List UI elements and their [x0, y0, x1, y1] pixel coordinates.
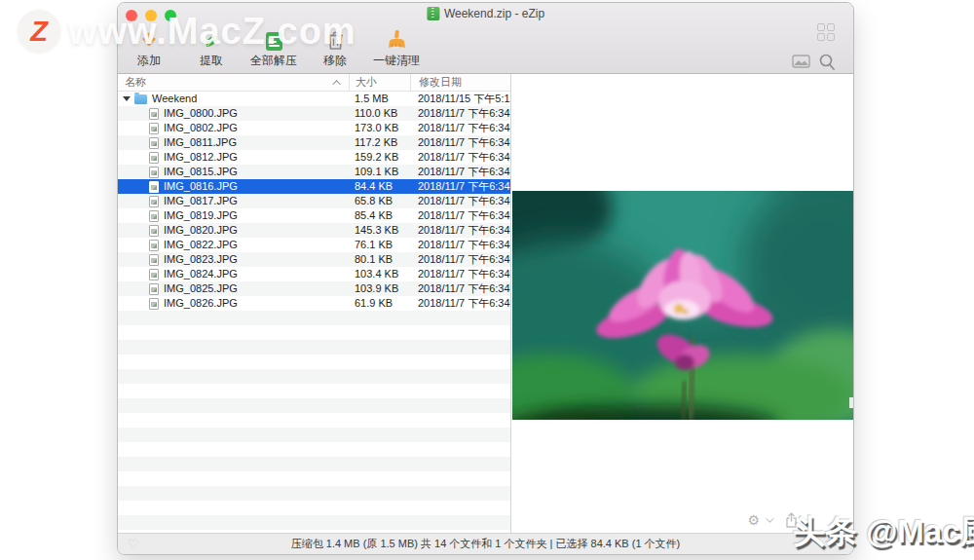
- status-bar: ♡ 压缩包 1.4 MB (原 1.5 MB) 共 14 个文件和 1 个文件夹…: [118, 533, 853, 554]
- empty-stripe-row: [118, 340, 510, 355]
- preview-toolbar: ⚙: [747, 512, 798, 528]
- file-name: IMG_0825.JPG: [164, 281, 238, 296]
- file-name: IMG_0820.JPG: [164, 223, 238, 238]
- table-row[interactable]: IMG_0800.JPG 110.0 KB 2018/11/7 下午6:34: [118, 106, 510, 121]
- toolbar-clean-button[interactable]: 一键清理: [362, 27, 431, 69]
- file-date: 2018/11/7 下午6:34: [410, 165, 510, 179]
- name-cell: IMG_0815.JPG: [118, 165, 349, 179]
- file-date: 2018/11/7 下午6:34: [410, 267, 510, 281]
- file-name: IMG_0800.JPG: [164, 106, 238, 121]
- toolbar-right-group: [775, 26, 853, 74]
- file-icon: [134, 94, 147, 104]
- file-name: IMG_0812.JPG: [164, 150, 238, 165]
- file-icon: [149, 196, 159, 207]
- file-size: 103.9 KB: [349, 281, 410, 296]
- file-name: IMG_0815.JPG: [164, 165, 238, 179]
- name-cell: IMG_0817.JPG: [118, 194, 349, 208]
- file-size: 1.5 MB: [349, 92, 410, 106]
- file-name: IMG_0823.JPG: [164, 252, 238, 267]
- name-cell: Weekend: [118, 92, 349, 106]
- file-icon: [149, 298, 159, 310]
- file-icon: [149, 137, 159, 149]
- name-cell: IMG_0820.JPG: [118, 223, 349, 238]
- ezip-window: Weekend.zip - eZip 添加: [117, 2, 854, 555]
- file-date: 2018/11/7 下午6:34: [410, 150, 510, 165]
- chevron-down-icon[interactable]: [766, 514, 773, 522]
- name-cell: IMG_0812.JPG: [118, 150, 349, 165]
- zip-file-icon: [427, 7, 439, 20]
- empty-stripe-row: [118, 486, 510, 501]
- name-cell: IMG_0802.JPG: [118, 121, 349, 135]
- search-icon[interactable]: [818, 53, 836, 71]
- window-title: Weekend.zip - eZip: [444, 7, 544, 20]
- file-icon: [149, 181, 159, 193]
- table-row[interactable]: IMG_0802.JPG 173.0 KB 2018/11/7 下午6:34: [118, 121, 510, 135]
- table-row[interactable]: IMG_0812.JPG 159.2 KB 2018/11/7 下午6:34: [118, 150, 510, 165]
- toolbar-extract-all-label: 全部解压: [250, 53, 297, 69]
- file-size: 80.1 KB: [349, 252, 410, 267]
- image-preview-icon[interactable]: [792, 55, 810, 68]
- table-header: 名称 大小 修改日期: [118, 74, 510, 92]
- table-row[interactable]: IMG_0811.JPG 117.2 KB 2018/11/7 下午6:34: [118, 135, 510, 150]
- file-name: IMG_0822.JPG: [164, 238, 238, 252]
- file-name: IMG_0817.JPG: [164, 194, 238, 208]
- file-name: IMG_0816.JPG: [164, 179, 238, 194]
- file-icon: [149, 240, 159, 251]
- file-icon: [149, 269, 159, 280]
- status-text: 压缩包 1.4 MB (原 1.5 MB) 共 14 个文件和 1 个文件夹 |…: [118, 537, 853, 551]
- heart-icon[interactable]: ♡: [128, 535, 139, 554]
- column-header-size[interactable]: 大小: [349, 74, 410, 91]
- table-row[interactable]: IMG_0819.JPG 85.4 KB 2018/11/7 下午6:34: [118, 208, 510, 223]
- file-date: 2018/11/7 下午6:34: [410, 281, 510, 296]
- file-icon: [149, 167, 159, 178]
- column-name-label: 名称: [125, 74, 146, 91]
- file-size: 173.0 KB: [349, 121, 410, 135]
- disclosure-triangle[interactable]: [123, 96, 131, 101]
- watermark-macz: Z www.MacZ.com: [18, 10, 356, 53]
- file-size: 85.4 KB: [349, 208, 410, 223]
- column-header-date[interactable]: 修改日期: [410, 74, 510, 91]
- table-row[interactable]: IMG_0815.JPG 109.1 KB 2018/11/7 下午6:34: [118, 165, 510, 179]
- column-size-label: 大小: [356, 76, 377, 88]
- toolbar-extract-label: 提取: [200, 53, 223, 69]
- file-name: IMG_0824.JPG: [164, 267, 238, 281]
- table-row[interactable]: IMG_0822.JPG 76.1 KB 2018/11/7 下午6:34: [118, 238, 510, 252]
- file-name: IMG_0826.JPG: [164, 296, 238, 311]
- name-cell: IMG_0825.JPG: [118, 281, 349, 296]
- empty-stripe-row: [118, 325, 510, 340]
- file-size: 110.0 KB: [349, 106, 410, 121]
- name-cell: IMG_0816.JPG: [118, 179, 349, 194]
- file-size: 76.1 KB: [349, 238, 410, 252]
- file-date: 2018/11/7 下午6:34: [410, 106, 510, 121]
- file-size: 61.9 KB: [349, 296, 410, 311]
- file-list-body: Weekend 1.5 MB 2018/11/15 下午5:15 IMG_080…: [118, 92, 510, 535]
- table-row[interactable]: IMG_0826.JPG 61.9 KB 2018/11/7 下午6:34: [118, 296, 510, 311]
- table-row[interactable]: IMG_0824.JPG 103.4 KB 2018/11/7 下午6:34: [118, 267, 510, 281]
- file-size: 84.4 KB: [349, 179, 410, 194]
- macz-logo-z: Z: [30, 18, 48, 46]
- preview-image-lotus[interactable]: [512, 191, 854, 420]
- empty-stripe-row: [118, 442, 510, 457]
- file-icon: [149, 254, 159, 266]
- name-cell: IMG_0824.JPG: [118, 267, 349, 281]
- gear-icon[interactable]: ⚙: [747, 513, 760, 527]
- column-header-name[interactable]: 名称: [118, 74, 349, 91]
- file-icon: [149, 210, 159, 222]
- file-date: 2018/11/7 下午6:34: [410, 194, 510, 208]
- empty-stripe-row: [118, 428, 510, 442]
- macz-logo-circle: Z: [18, 10, 60, 53]
- grid-view-icon[interactable]: [817, 23, 835, 41]
- toolbar-clean-label: 一键清理: [373, 53, 420, 69]
- table-row[interactable]: IMG_0816.JPG 84.4 KB 2018/11/7 下午6:34: [118, 179, 510, 194]
- table-row[interactable]: IMG_0820.JPG 145.3 KB 2018/11/7 下午6:34: [118, 223, 510, 238]
- file-name: IMG_0819.JPG: [164, 208, 238, 223]
- file-icon: [149, 152, 159, 164]
- file-name: IMG_0802.JPG: [164, 121, 238, 135]
- toolbar-add-label: 添加: [137, 53, 161, 69]
- table-row[interactable]: Weekend 1.5 MB 2018/11/15 下午5:15: [118, 92, 510, 106]
- table-row[interactable]: IMG_0817.JPG 65.8 KB 2018/11/7 下午6:34: [118, 194, 510, 208]
- macz-watermark-text: www.MacZ.com: [68, 11, 356, 53]
- table-row[interactable]: IMG_0825.JPG 103.9 KB 2018/11/7 下午6:34: [118, 281, 510, 296]
- file-name: IMG_0811.JPG: [164, 135, 237, 150]
- table-row[interactable]: IMG_0823.JPG 80.1 KB 2018/11/7 下午6:34: [118, 252, 510, 267]
